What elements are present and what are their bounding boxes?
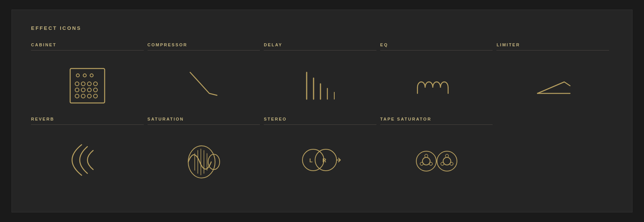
cell-reverb: REVERB bbox=[31, 117, 148, 191]
svg-point-2 bbox=[83, 74, 86, 77]
svg-point-9 bbox=[81, 88, 85, 92]
cell-empty bbox=[496, 117, 613, 191]
reverb-icon-area bbox=[31, 132, 144, 187]
eq-icon-area bbox=[380, 58, 493, 113]
compressor-divider bbox=[148, 50, 260, 51]
cell-compressor: COMPRESSOR bbox=[148, 42, 264, 117]
svg-point-15 bbox=[94, 94, 97, 98]
page-title: EFFECT ICONS bbox=[31, 25, 613, 31]
delay-icon bbox=[299, 65, 341, 107]
svg-text:L: L bbox=[309, 157, 313, 163]
tape-saturator-icon-area bbox=[380, 132, 493, 187]
compressor-icon bbox=[182, 65, 225, 107]
reverb-label: REVERB bbox=[31, 117, 144, 121]
cabinet-icon bbox=[66, 65, 108, 107]
limiter-divider bbox=[496, 50, 609, 51]
svg-point-11 bbox=[94, 88, 97, 92]
effects-grid: CABINET bbox=[31, 42, 613, 191]
svg-point-13 bbox=[81, 94, 85, 98]
limiter-icon-area bbox=[496, 58, 609, 113]
svg-point-4 bbox=[75, 82, 79, 86]
svg-point-31 bbox=[302, 149, 324, 171]
svg-point-38 bbox=[429, 162, 432, 165]
cell-limiter: LIMITER bbox=[496, 42, 613, 117]
limiter-label: LIMITER bbox=[496, 42, 609, 47]
cabinet-divider bbox=[31, 50, 144, 51]
svg-point-12 bbox=[75, 94, 79, 98]
cabinet-label: CABINET bbox=[31, 42, 144, 47]
cell-delay: DELAY bbox=[264, 42, 380, 117]
cell-tape-saturator: TAPE SATURATOR bbox=[380, 117, 497, 191]
reverb-divider bbox=[31, 124, 144, 125]
svg-point-7 bbox=[94, 82, 97, 86]
delay-divider bbox=[264, 50, 376, 51]
cell-saturation: SATURATION bbox=[148, 117, 264, 191]
stereo-icon-area: L R bbox=[264, 132, 376, 187]
stereo-icon: L R bbox=[297, 139, 343, 181]
svg-point-8 bbox=[75, 88, 79, 92]
svg-point-42 bbox=[445, 154, 449, 157]
saturation-divider bbox=[148, 124, 260, 125]
delay-icon-area bbox=[264, 58, 376, 113]
tape-saturator-divider bbox=[380, 124, 493, 125]
saturation-label: SATURATION bbox=[148, 117, 260, 121]
eq-divider bbox=[380, 50, 493, 51]
tape-saturator-icon bbox=[412, 139, 462, 181]
eq-label: EQ bbox=[380, 42, 493, 47]
svg-point-6 bbox=[87, 82, 91, 86]
delay-label: DELAY bbox=[264, 42, 376, 47]
compressor-icon-area bbox=[148, 58, 260, 113]
svg-point-44 bbox=[441, 162, 444, 165]
svg-point-39 bbox=[420, 162, 423, 165]
saturation-icon bbox=[182, 139, 225, 181]
stereo-label: STEREO bbox=[264, 117, 376, 121]
svg-point-36 bbox=[422, 157, 430, 165]
compressor-label: COMPRESSOR bbox=[148, 42, 260, 47]
svg-point-30 bbox=[208, 154, 220, 170]
reverb-icon bbox=[66, 139, 108, 181]
svg-rect-0 bbox=[70, 69, 105, 103]
stereo-divider bbox=[264, 124, 376, 125]
cell-cabinet: CABINET bbox=[31, 42, 148, 117]
svg-point-3 bbox=[90, 74, 93, 77]
tape-saturator-label: TAPE SATURATOR bbox=[380, 117, 493, 121]
svg-point-10 bbox=[87, 88, 91, 92]
cell-eq: EQ bbox=[380, 42, 497, 117]
svg-point-14 bbox=[87, 94, 91, 98]
main-container: EFFECT ICONS CABINET bbox=[12, 10, 632, 212]
saturation-icon-area bbox=[148, 132, 260, 187]
svg-point-43 bbox=[450, 162, 453, 165]
svg-text:R: R bbox=[322, 157, 327, 163]
cell-stereo: STEREO L R bbox=[264, 117, 380, 191]
eq-icon bbox=[414, 65, 460, 107]
cabinet-icon-area bbox=[31, 58, 144, 113]
svg-point-37 bbox=[425, 154, 428, 157]
svg-point-1 bbox=[76, 74, 79, 77]
limiter-icon bbox=[532, 65, 574, 107]
svg-point-41 bbox=[443, 157, 451, 165]
svg-point-5 bbox=[81, 82, 85, 86]
